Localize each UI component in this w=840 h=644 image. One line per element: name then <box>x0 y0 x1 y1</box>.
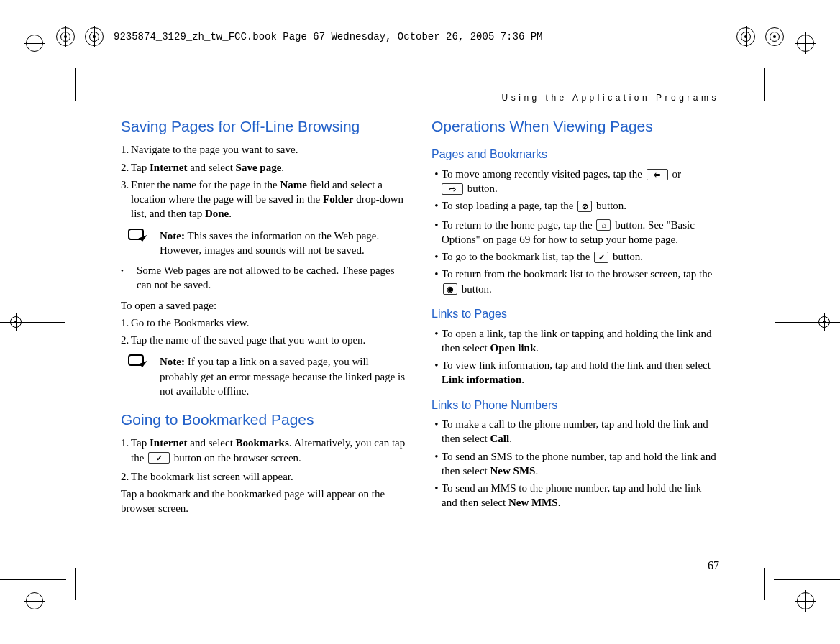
open-saved-intro: To open a saved page: <box>121 298 408 313</box>
phone-sms: •To send an SMS to the phone number, tap… <box>432 449 719 479</box>
link-info: •To view link information, tap and hold … <box>432 358 719 387</box>
note-icon <box>128 229 154 244</box>
back-button-icon: ⇦ <box>647 169 668 180</box>
crop-tick <box>774 88 840 88</box>
print-header: 9235874_3129_zh_tw_FCC.book Page 67 Wedn… <box>56 27 784 46</box>
header-bullseye-right-2 <box>765 27 784 46</box>
save-step-1: 1.Navigate to the page you want to save. <box>121 142 408 157</box>
open-step-1: 1.Go to the Bookmarks view. <box>121 316 408 330</box>
crop-tick <box>75 68 76 101</box>
op-nav-history: •To move among recently visited pages, t… <box>432 167 719 196</box>
subheading-pages-bookmarks: Pages and Bookmarks <box>432 147 719 162</box>
crop-tick <box>0 88 66 88</box>
browser-button-icon: ◉ <box>443 283 457 295</box>
heading-going-bookmarked: Going to Bookmarked Pages <box>121 410 408 430</box>
link-open: •To open a link, tap the link or tapping… <box>432 326 719 356</box>
note-save-info: Note: This saves the information on the … <box>128 229 408 258</box>
op-return-browser: •To return from the bookmark list to the… <box>432 267 719 296</box>
bookmark-list-button-icon: ✓ <box>594 252 608 263</box>
heading-operations-viewing: Operations When Viewing Pages <box>432 116 719 137</box>
crop-tick <box>0 579 66 580</box>
forward-button-icon: ⇨ <box>442 183 463 195</box>
bookmark-button-icon: ✓ <box>148 452 170 464</box>
open-step-2: 2.Tap the name of the saved page that yo… <box>121 333 408 347</box>
page-body: Using the Application Programs Saving Pa… <box>121 92 719 519</box>
print-header-text: 9235874_3129_zh_tw_FCC.book Page 67 Wedn… <box>114 30 543 44</box>
heading-saving-pages: Saving Pages for Off-Line Browsing <box>121 116 408 137</box>
going-step-2: 2.The bookmark list screen will appear. <box>121 469 408 484</box>
right-column: Operations When Viewing Pages Pages and … <box>432 115 719 519</box>
header-bullseye-left-1 <box>56 27 75 46</box>
stop-button-icon: ⊘ <box>578 201 592 212</box>
note-icon <box>128 354 154 370</box>
subheading-links-pages: Links to Pages <box>432 306 719 322</box>
page-number: 67 <box>708 558 719 574</box>
crop-tick <box>774 579 840 580</box>
going-outro: Tap a bookmark and the bookmarked page w… <box>121 487 408 516</box>
header-bullseye-left-2 <box>85 27 104 46</box>
note-offline-link: Note: If you tap a link on a saved page,… <box>128 354 408 398</box>
crop-tick <box>764 68 765 101</box>
header-bullseye-right-1 <box>736 27 755 46</box>
going-step-1: 1.Tap Internet and select Bookmarks. Alt… <box>121 436 408 465</box>
crop-tick <box>764 568 765 600</box>
crop-circle-tl <box>26 34 43 52</box>
top-rule <box>0 68 840 68</box>
save-step-3: 3.Enter the name for the page in the Nam… <box>121 178 408 221</box>
subheading-links-phone: Links to Phone Numbers <box>432 397 719 413</box>
crop-tick <box>75 568 76 600</box>
op-bookmark-list: •To go to the bookmark list, tap the ✓ b… <box>432 249 719 264</box>
op-stop-loading: •To stop loading a page, tap the ⊘ butto… <box>432 198 719 213</box>
save-step-2: 2.Tap Internet and select Save page. <box>121 160 408 175</box>
bullet-cache-restriction: Some Web pages are not allowed to be cac… <box>121 263 408 293</box>
phone-call: •To make a call to the phone number, tap… <box>432 417 719 446</box>
home-button-icon: ⌂ <box>596 219 611 231</box>
left-column: Saving Pages for Off-Line Browsing 1.Nav… <box>121 115 408 519</box>
crop-circle-br <box>797 592 814 610</box>
op-home-page: •To return to the home page, tap the ⌂ b… <box>432 218 719 247</box>
crop-circle-bl <box>26 592 43 610</box>
phone-mms: •To send an MMS to the phone number, tap… <box>432 481 719 510</box>
crop-circle-tr <box>797 34 814 52</box>
